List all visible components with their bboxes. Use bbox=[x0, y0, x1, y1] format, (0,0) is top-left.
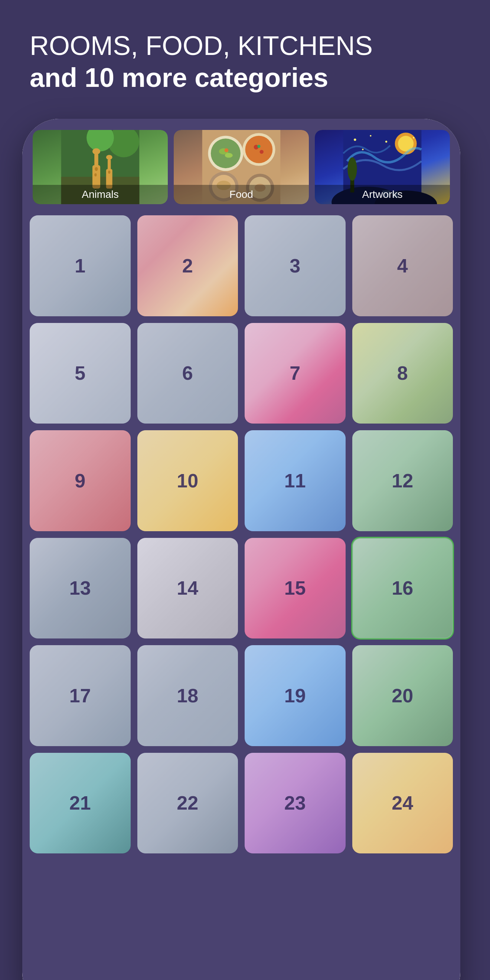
header-section: ROOMS, FOOD, KITCHENS and 10 more catego… bbox=[0, 0, 490, 113]
grid-section: 123456789101112131415161718192021222324 bbox=[22, 204, 460, 865]
grid-item-8[interactable]: 8 bbox=[352, 323, 453, 424]
header-line2-bold: categories bbox=[194, 63, 328, 92]
grid-number-19: 19 bbox=[284, 684, 306, 707]
grid-item-18[interactable]: 18 bbox=[137, 645, 238, 746]
grid-number-3: 3 bbox=[290, 255, 300, 277]
category-animals[interactable]: Animals bbox=[33, 130, 168, 204]
grid-item-21[interactable]: 21 bbox=[30, 753, 130, 854]
grid-number-22: 22 bbox=[177, 792, 198, 814]
grid-item-24[interactable]: 24 bbox=[352, 753, 453, 854]
svg-point-18 bbox=[224, 148, 229, 152]
grid-number-9: 9 bbox=[75, 469, 85, 492]
grid-item-17[interactable]: 17 bbox=[30, 645, 130, 746]
grid-item-3[interactable]: 3 bbox=[245, 215, 345, 316]
svg-point-34 bbox=[370, 135, 371, 137]
grid-number-13: 13 bbox=[69, 577, 91, 599]
grid-item-7[interactable]: 7 bbox=[245, 323, 345, 424]
svg-point-12 bbox=[108, 170, 110, 173]
svg-point-41 bbox=[347, 158, 357, 181]
svg-point-37 bbox=[413, 137, 414, 138]
category-artworks[interactable]: Artworks bbox=[315, 130, 450, 204]
grid-item-16[interactable]: 16 bbox=[352, 538, 453, 639]
grid-number-20: 20 bbox=[391, 684, 413, 707]
svg-point-20 bbox=[245, 136, 273, 163]
grid-item-5[interactable]: 5 bbox=[30, 323, 130, 424]
grid-item-1[interactable]: 1 bbox=[30, 215, 130, 316]
grid-item-4[interactable]: 4 bbox=[352, 215, 453, 316]
svg-point-7 bbox=[95, 167, 98, 171]
grid-number-23: 23 bbox=[284, 792, 306, 814]
food-label: Food bbox=[174, 185, 309, 204]
svg-point-6 bbox=[92, 148, 100, 154]
svg-point-8 bbox=[94, 173, 97, 176]
grid-number-5: 5 bbox=[75, 362, 85, 384]
grid-item-15[interactable]: 15 bbox=[245, 538, 345, 639]
svg-point-23 bbox=[257, 145, 260, 148]
grid-number-18: 18 bbox=[177, 684, 198, 707]
grid-number-10: 10 bbox=[177, 469, 198, 492]
svg-point-36 bbox=[362, 149, 363, 150]
grid-number-8: 8 bbox=[397, 362, 408, 384]
grid-item-20[interactable]: 20 bbox=[352, 645, 453, 746]
svg-point-22 bbox=[259, 150, 264, 154]
grid-item-22[interactable]: 22 bbox=[137, 753, 238, 854]
wallpaper-grid: 123456789101112131415161718192021222324 bbox=[30, 215, 453, 853]
grid-number-7: 7 bbox=[290, 362, 300, 384]
grid-item-11[interactable]: 11 bbox=[245, 430, 345, 531]
svg-rect-5 bbox=[94, 153, 99, 169]
grid-number-12: 12 bbox=[391, 469, 413, 492]
grid-number-6: 6 bbox=[182, 362, 193, 384]
svg-point-35 bbox=[385, 141, 387, 143]
animals-label: Animals bbox=[33, 185, 168, 204]
grid-item-2[interactable]: 2 bbox=[137, 215, 238, 316]
grid-item-6[interactable]: 6 bbox=[137, 323, 238, 424]
phone-screen: Animals bbox=[22, 119, 460, 980]
header-line2-normal: and 10 more bbox=[30, 63, 194, 92]
grid-number-14: 14 bbox=[177, 577, 198, 599]
svg-point-17 bbox=[225, 153, 233, 158]
grid-number-1: 1 bbox=[75, 255, 85, 277]
grid-number-15: 15 bbox=[284, 577, 306, 599]
artworks-label: Artworks bbox=[315, 185, 450, 204]
grid-number-2: 2 bbox=[182, 255, 193, 277]
grid-item-10[interactable]: 10 bbox=[137, 430, 238, 531]
phone-container: Animals bbox=[22, 119, 460, 980]
grid-number-24: 24 bbox=[391, 792, 413, 814]
grid-item-14[interactable]: 14 bbox=[137, 538, 238, 639]
svg-point-33 bbox=[354, 138, 356, 141]
grid-number-4: 4 bbox=[397, 255, 408, 277]
grid-number-11: 11 bbox=[284, 469, 306, 492]
grid-number-16: 16 bbox=[391, 577, 413, 599]
header-line1: ROOMS, FOOD, KITCHENS bbox=[30, 31, 373, 60]
grid-item-19[interactable]: 19 bbox=[245, 645, 345, 746]
grid-item-12[interactable]: 12 bbox=[352, 430, 453, 531]
header-title: ROOMS, FOOD, KITCHENS and 10 more catego… bbox=[30, 30, 460, 94]
grid-number-21: 21 bbox=[69, 792, 91, 814]
svg-rect-10 bbox=[108, 159, 111, 172]
category-food[interactable]: Food bbox=[174, 130, 309, 204]
grid-item-9[interactable]: 9 bbox=[30, 430, 130, 531]
grid-number-17: 17 bbox=[69, 684, 91, 707]
grid-item-13[interactable]: 13 bbox=[30, 538, 130, 639]
grid-item-23[interactable]: 23 bbox=[245, 753, 345, 854]
svg-point-11 bbox=[106, 155, 113, 160]
category-bar: Animals bbox=[22, 119, 460, 204]
